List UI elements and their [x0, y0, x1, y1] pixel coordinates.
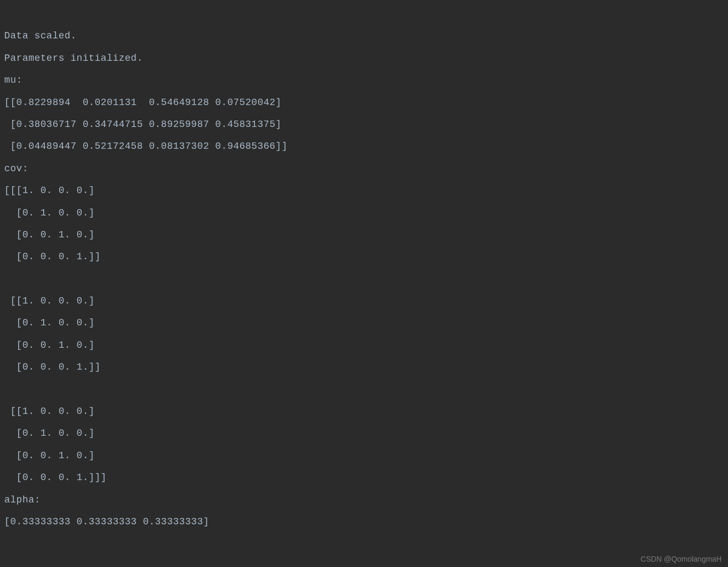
console-line: [0.33333333 0.33333333 0.33333333]: [4, 516, 209, 527]
console-line: [[0.8229894 0.0201131 0.54649128 0.07520…: [4, 97, 282, 108]
console-line: [[1. 0. 0. 0.]: [4, 406, 95, 417]
console-line: [[1. 0. 0. 0.]: [4, 296, 95, 306]
console-output: Data scaled. Parameters initialized. mu:…: [0, 0, 728, 533]
console-line: [0. 1. 0. 0.]: [4, 207, 95, 218]
console-line: [0.04489447 0.52172458 0.08137302 0.9468…: [4, 141, 287, 151]
console-line: [[[1. 0. 0. 0.]: [4, 185, 95, 196]
console-line: [0. 0. 0. 1.]]: [4, 362, 101, 372]
console-line: Data scaled.: [4, 30, 77, 41]
console-line: [0. 0. 0. 1.]]]: [4, 472, 107, 483]
console-line: [0. 1. 0. 0.]: [4, 428, 95, 438]
console-line: [0. 0. 0. 1.]]: [4, 251, 101, 262]
console-line: Parameters initialized.: [4, 53, 143, 63]
console-line: mu:: [4, 75, 22, 85]
console-line: [0. 1. 0. 0.]: [4, 317, 95, 328]
console-line: alpha:: [4, 494, 41, 505]
console-line: cov:: [4, 163, 28, 174]
console-line: [0.38036717 0.34744715 0.89259987 0.4583…: [4, 119, 282, 130]
console-line: [0. 0. 1. 0.]: [4, 229, 95, 240]
console-line: [0. 0. 1. 0.]: [4, 340, 95, 350]
console-line: [0. 0. 1. 0.]: [4, 450, 95, 461]
watermark-text: CSDN @QomolangmaH: [641, 555, 722, 563]
